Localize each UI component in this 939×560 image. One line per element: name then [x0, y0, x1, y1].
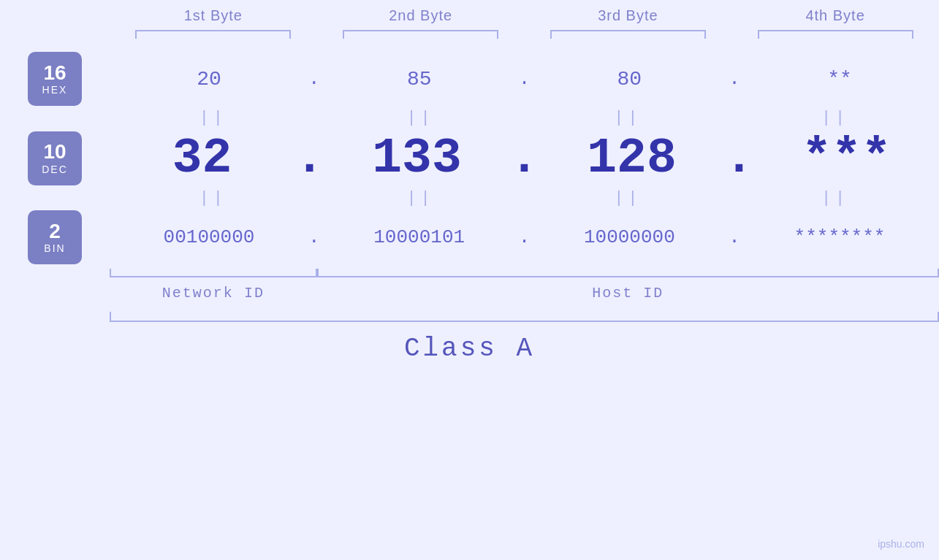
bin-byte3: 10000000 [530, 226, 729, 248]
network-id-label: Network ID [110, 285, 317, 302]
dec-badge-number: 10 [43, 141, 66, 164]
hex-byte1: 20 [110, 68, 308, 91]
equals-cell-1-2: || [317, 109, 525, 127]
bracket-top-3 [550, 30, 706, 39]
equals-cell-1-4: || [731, 109, 939, 127]
bracket-cell-3 [525, 30, 732, 39]
watermark: ipshu.com [878, 538, 924, 550]
dec-badge-cell: 10 DEC [0, 131, 110, 185]
bracket-top-1 [135, 30, 291, 39]
equals-cell-1-1: || [110, 109, 317, 127]
bracket-cell-1 [110, 30, 317, 39]
byte4-header: 4th Byte [731, 7, 939, 24]
dec-dot3: . [724, 134, 754, 183]
hex-badge-cell: 16 HEX [0, 52, 110, 106]
bracket-cell-4 [731, 30, 939, 39]
dec-byte3: 128 [539, 130, 724, 186]
dec-dot2: . [509, 134, 539, 183]
bottom-brackets [110, 269, 939, 277]
hex-byte2: 85 [320, 68, 519, 91]
byte2-header: 2nd Byte [317, 7, 525, 24]
byte1-header: 1st Byte [110, 7, 317, 24]
bin-dot3: . [729, 228, 740, 247]
equals-cell-2-2: || [317, 189, 525, 207]
network-bracket [110, 269, 317, 277]
bracket-top-2 [343, 30, 498, 39]
dec-byte1: 32 [110, 130, 294, 186]
dec-byte4: *** [754, 130, 939, 186]
bin-badge-cell: 2 BIN [0, 210, 110, 264]
hex-dot3: . [729, 69, 740, 88]
top-brackets [0, 30, 939, 39]
hex-badge-number: 16 [43, 62, 66, 85]
bin-byte1: 00100000 [110, 226, 308, 248]
bin-badge-number: 2 [49, 220, 61, 243]
equals-cell-2-4: || [731, 189, 939, 207]
host-id-label: Host ID [317, 285, 939, 302]
dec-row: 10 DEC 32 . 133 . 128 . *** [0, 130, 939, 186]
dec-dot1: . [294, 134, 324, 183]
hex-values-row: 20 . 85 . 80 . ** [110, 68, 939, 91]
hex-dot2: . [519, 69, 531, 88]
equals-row-2: || || || || [0, 189, 939, 207]
dec-badge-label: DEC [42, 164, 68, 175]
hex-badge: 16 HEX [28, 52, 82, 106]
byte3-header: 3rd Byte [525, 7, 732, 24]
class-label: Class A [404, 334, 535, 364]
hex-badge-label: HEX [42, 84, 68, 96]
equals-cell-2-3: || [525, 189, 732, 207]
bin-values-row: 00100000 . 10000101 . 10000000 . *******… [110, 226, 939, 248]
equals-cell-2-1: || [110, 189, 317, 207]
bin-row: 2 BIN 00100000 . 10000101 . 10000000 . *… [0, 210, 939, 264]
hex-dot1: . [308, 69, 320, 88]
byte-headers: 1st Byte 2nd Byte 3rd Byte 4th Byte [0, 7, 939, 24]
hex-byte3: 80 [530, 68, 729, 91]
bin-byte4: ******** [740, 226, 939, 248]
host-bracket [317, 269, 939, 277]
hex-row: 16 HEX 20 . 85 . 80 . ** [0, 52, 939, 106]
id-labels: Network ID Host ID [110, 285, 939, 302]
bracket-cell-2 [317, 30, 525, 39]
dec-badge: 10 DEC [28, 131, 82, 185]
main-container: 1st Byte 2nd Byte 3rd Byte 4th Byte 16 H… [0, 0, 939, 560]
full-bracket [110, 312, 939, 322]
bottom-section: Network ID Host ID [0, 269, 939, 322]
equals-row-1: || || || || [0, 109, 939, 127]
bin-badge: 2 BIN [28, 210, 82, 264]
bin-badge-label: BIN [44, 242, 65, 254]
dec-byte2: 133 [324, 130, 509, 186]
hex-byte4: ** [740, 68, 939, 91]
bin-byte2: 10000101 [320, 226, 519, 248]
bin-dot2: . [519, 228, 531, 247]
bracket-top-4 [758, 30, 913, 39]
bin-dot1: . [308, 228, 320, 247]
equals-cell-1-3: || [525, 109, 732, 127]
dec-values-row: 32 . 133 . 128 . *** [110, 130, 939, 186]
